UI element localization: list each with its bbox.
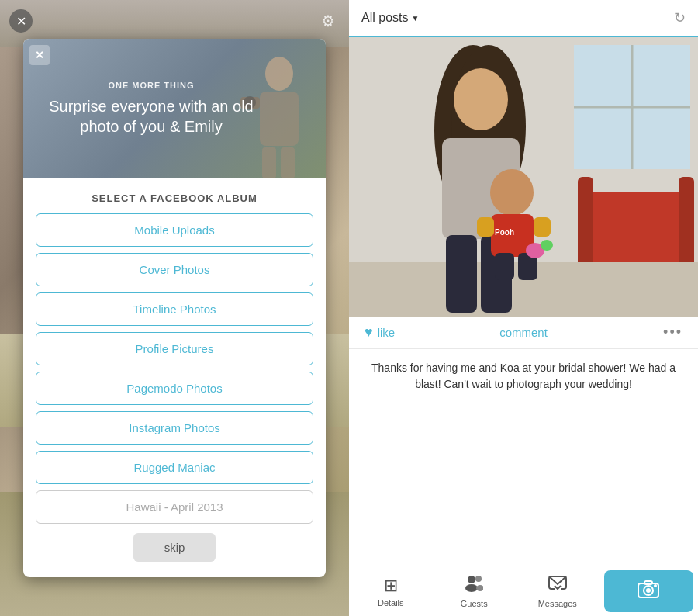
svg-point-40 bbox=[654, 584, 657, 587]
gear-icon[interactable]: ⚙ bbox=[316, 9, 340, 33]
photo-illustration: Pooh bbox=[349, 37, 698, 317]
close-x-button[interactable]: ✕ bbox=[9, 9, 33, 33]
modal-header-text: ONE MORE THING Surprise everyone with an… bbox=[23, 39, 326, 178]
nav-messages[interactable]: Messages bbox=[516, 569, 600, 614]
one-more-thing-label: ONE MORE THING bbox=[108, 81, 194, 90]
svg-rect-19 bbox=[446, 235, 477, 313]
svg-rect-24 bbox=[534, 217, 551, 237]
modal-close-button[interactable]: ✕ bbox=[29, 45, 50, 65]
more-button[interactable]: ••• bbox=[576, 324, 682, 341]
album-hawaii[interactable]: Hawaii - April 2013 bbox=[36, 490, 313, 524]
messages-icon bbox=[548, 575, 567, 597]
modal-body: SELECT A FACEBOOK ALBUM Mobile Uploads C… bbox=[23, 178, 326, 577]
modal-header: ONE MORE THING Surprise everyone with an… bbox=[23, 39, 326, 178]
album-list: Mobile Uploads Cover Photos Timeline Pho… bbox=[23, 213, 326, 524]
like-label: like bbox=[378, 326, 396, 339]
album-instagram-photos[interactable]: Instagram Photos bbox=[36, 411, 313, 445]
details-icon: ⊞ bbox=[384, 576, 398, 596]
album-pagemodo-photos[interactable]: Pagemodo Photos bbox=[36, 372, 313, 405]
svg-point-17 bbox=[454, 68, 508, 130]
svg-point-33 bbox=[476, 585, 483, 591]
svg-rect-26 bbox=[495, 253, 514, 280]
messages-label: Messages bbox=[538, 599, 577, 608]
svg-point-32 bbox=[475, 576, 482, 582]
skip-button[interactable]: skip bbox=[133, 533, 216, 562]
svg-rect-11 bbox=[578, 177, 593, 270]
svg-point-29 bbox=[541, 240, 553, 251]
dropdown-arrow-icon[interactable]: ▼ bbox=[411, 14, 419, 22]
nav-camera[interactable] bbox=[604, 570, 694, 612]
album-timeline-photos[interactable]: Timeline Photos bbox=[36, 292, 313, 326]
camera-icon bbox=[638, 580, 659, 603]
comment-text: Thanks for having me and Koa at your bri… bbox=[349, 349, 698, 566]
svg-point-30 bbox=[468, 576, 475, 583]
details-label: Details bbox=[378, 598, 404, 607]
guests-label: Guests bbox=[461, 599, 488, 608]
album-profile-pictures[interactable]: Profile Pictures bbox=[36, 332, 313, 365]
album-mobile-uploads[interactable]: Mobile Uploads bbox=[36, 213, 313, 247]
svg-rect-12 bbox=[679, 177, 694, 270]
all-posts-label[interactable]: All posts bbox=[361, 11, 408, 25]
svg-text:Pooh: Pooh bbox=[495, 228, 514, 237]
select-album-title: SELECT A FACEBOOK ALBUM bbox=[23, 178, 326, 213]
right-panel: All posts ▼ ↻ bbox=[349, 0, 698, 616]
nav-details[interactable]: ⊞ Details bbox=[349, 569, 433, 614]
svg-point-21 bbox=[490, 169, 534, 216]
svg-point-31 bbox=[465, 584, 478, 592]
modal-overlay: ONE MORE THING Surprise everyone with an… bbox=[23, 39, 326, 577]
like-button[interactable]: ♥ like bbox=[365, 324, 471, 341]
action-bar: ♥ like comment ••• bbox=[349, 317, 698, 349]
photo-area: Pooh bbox=[349, 37, 698, 317]
comment-button[interactable]: comment bbox=[471, 326, 577, 339]
bottom-nav: ⊞ Details Guests bbox=[349, 566, 698, 616]
album-cover-photos[interactable]: Cover Photos bbox=[36, 253, 313, 286]
album-rugged-maniac[interactable]: Rugged Maniac bbox=[36, 451, 313, 484]
surprise-text: Surprise everyone with an old photo of y… bbox=[39, 96, 264, 137]
guests-icon bbox=[465, 575, 483, 597]
topbar: All posts ▼ ↻ bbox=[349, 0, 698, 37]
refresh-icon[interactable]: ↻ bbox=[674, 9, 686, 26]
heart-icon: ♥ bbox=[365, 324, 373, 341]
left-panel: ✕ ⚙ ONE MORE THING Surprise everyone wit… bbox=[0, 0, 349, 616]
svg-point-38 bbox=[646, 588, 651, 593]
svg-rect-10 bbox=[582, 192, 690, 270]
svg-rect-23 bbox=[477, 217, 494, 237]
nav-guests[interactable]: Guests bbox=[433, 569, 517, 614]
